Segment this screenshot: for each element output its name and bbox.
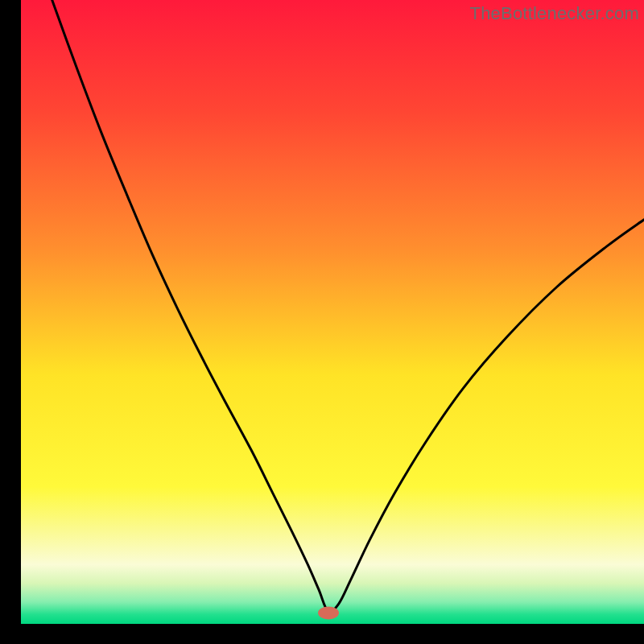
gradient-bg <box>21 0 644 624</box>
watermark-text: TheBottlenecker.com <box>470 3 639 24</box>
chart-plot <box>21 0 644 624</box>
min-marker <box>318 606 339 619</box>
chart-frame: TheBottlenecker.com <box>21 0 644 624</box>
